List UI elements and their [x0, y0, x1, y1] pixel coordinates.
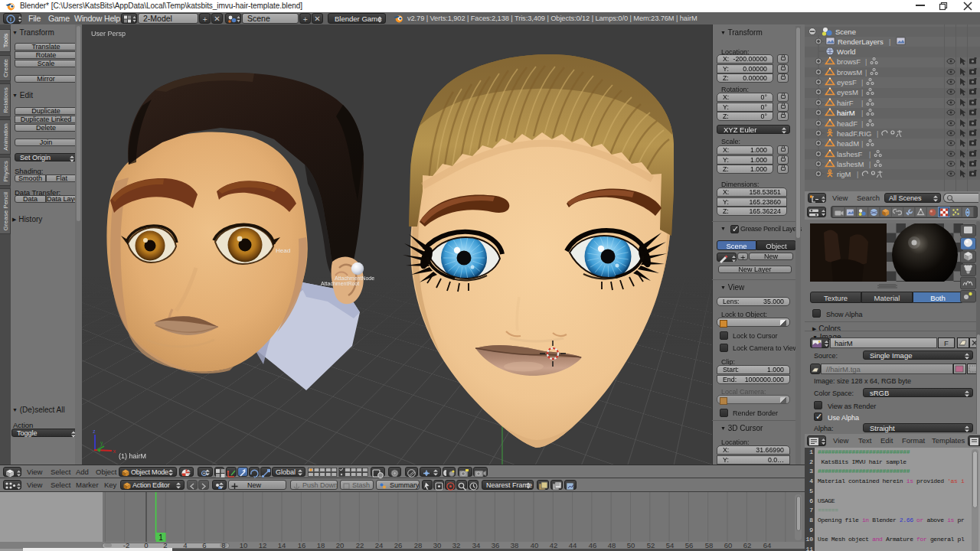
svg-text:|: | — [865, 58, 867, 66]
svg-text:eyesF: eyesF — [837, 78, 857, 86]
svg-text:headF: headF — [837, 119, 858, 128]
svg-text:AttachmentNode: AttachmentNode — [335, 276, 374, 281]
svg-text:hairF: hairF — [837, 99, 854, 107]
svg-text:x: x — [113, 448, 116, 454]
svg-text:|: | — [877, 130, 878, 138]
svg-text:rigM: rigM — [837, 170, 851, 178]
svg-text:browsF: browsF — [837, 57, 861, 66]
svg-text:lashesF: lashesF — [837, 150, 862, 158]
svg-text:z: z — [93, 429, 96, 434]
svg-text:RenderLayers: RenderLayers — [838, 37, 884, 46]
svg-text:|: | — [889, 38, 890, 46]
svg-text:|: | — [869, 151, 871, 158]
svg-text:headM: headM — [837, 139, 859, 148]
svg-text:Head: Head — [276, 247, 290, 254]
svg-text:y: y — [100, 440, 103, 446]
svg-text:|: | — [861, 120, 863, 128]
svg-text:|: | — [861, 109, 863, 117]
svg-text:|: | — [861, 79, 863, 86]
svg-text:|: | — [857, 171, 858, 178]
svg-text:AttachmentRoot: AttachmentRoot — [321, 281, 359, 286]
svg-text:|: | — [865, 69, 867, 77]
svg-text:eyesM: eyesM — [837, 88, 858, 96]
svg-text:i: i — [10, 16, 11, 23]
svg-text:|: | — [861, 99, 863, 107]
svg-text:World: World — [837, 47, 856, 56]
svg-text:|: | — [861, 140, 863, 148]
svg-text:|: | — [861, 89, 863, 96]
svg-text:hairM: hairM — [837, 109, 855, 117]
svg-text:headF.RIG: headF.RIG — [837, 129, 871, 138]
svg-text:User Persp: User Persp — [91, 30, 126, 37]
svg-text:Scene: Scene — [835, 28, 856, 36]
svg-text:browsM: browsM — [837, 68, 862, 77]
svg-text:(1) hairM: (1) hairM — [119, 452, 146, 460]
svg-text:|: | — [869, 161, 871, 168]
svg-text:lashesM: lashesM — [837, 160, 864, 168]
